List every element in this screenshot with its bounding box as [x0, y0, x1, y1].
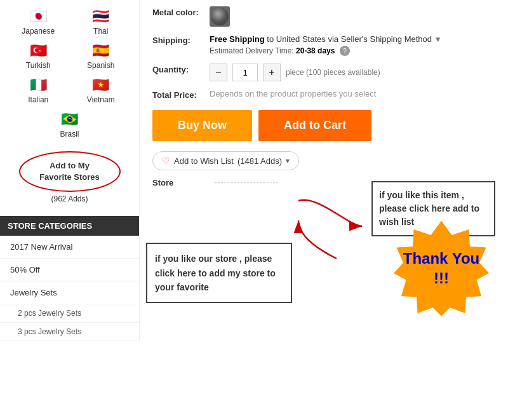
store-annotation: if you like our store , please click her… [146, 243, 292, 303]
total-price-value: Depends on the product properties you se… [210, 89, 495, 98]
lang-label-turkish: Turkish [26, 61, 51, 70]
buy-now-button[interactable]: Buy Now [152, 110, 252, 141]
quantity-decrease-button[interactable]: − [210, 64, 227, 81]
heart-icon: ♡ [162, 156, 170, 166]
category-50-off[interactable]: 50% Off [0, 259, 139, 281]
lang-label-vietnam: Vietnam [87, 95, 115, 104]
burst-text-container: Thank You !!! [394, 220, 489, 316]
lang-vietnam[interactable]: 🇻🇳 Vietnam [72, 75, 130, 104]
flag-spanish: 🇪🇸 [86, 41, 116, 61]
favorite-stores-adds: (962 Adds) [51, 194, 88, 203]
shipping-dest-text: to United States via Seller's Shipping M… [267, 34, 432, 44]
flag-japanese: 🇯🇵 [23, 6, 53, 27]
add-favorite-stores-button[interactable]: Add to My Favorite Stores [19, 151, 121, 192]
delivery-time-value: 20-38 days [296, 46, 335, 55]
shipping-row: Shipping: Free Shipping to United States… [152, 34, 495, 56]
metal-color-value [210, 6, 495, 27]
lang-label-italian: Italian [28, 95, 48, 104]
total-price-label: Total Price: [152, 89, 210, 100]
shipping-label: Shipping: [152, 34, 210, 45]
flag-thai: 🇹🇭 [86, 6, 116, 27]
flag-vietnam: 🇻🇳 [86, 75, 116, 95]
action-buttons-row: Buy Now Add to Cart [152, 110, 495, 141]
shipping-dropdown-icon[interactable]: ▼ [434, 35, 442, 44]
thankyou-starburst: Thank You !!! [394, 220, 489, 316]
category-jewelry-sets[interactable]: Jewelry Sets [0, 281, 139, 304]
flag-brasil: 🇧🇷 [55, 109, 85, 130]
lang-label-brasil: Brasil [60, 130, 79, 139]
add-to-wishlist-button[interactable]: ♡ Add to Wish List (1481 Adds) ▾ [152, 151, 299, 170]
store-label: Store [152, 178, 210, 187]
store-annotation-text: if you like our store , please click her… [155, 254, 276, 292]
shipping-free-text: Free Shipping [210, 34, 265, 44]
store-link-placeholder [215, 182, 278, 183]
store-categories-header: STORE CATEGORIES [0, 216, 139, 236]
metal-color-label: Metal color: [152, 6, 210, 17]
sidebar: 🇯🇵 Japanese 🇹🇭 Thai 🇹🇷 Turkish 🇪🇸 Spanis… [0, 0, 140, 341]
quantity-input[interactable] [232, 64, 258, 81]
help-icon[interactable]: ? [340, 46, 350, 56]
lang-spanish[interactable]: 🇪🇸 Spanish [72, 41, 130, 70]
favorite-stores-wrap: Add to My Favorite Stores (962 Adds) [0, 145, 139, 210]
lang-italian[interactable]: 🇮🇹 Italian [10, 75, 67, 104]
language-grid: 🇯🇵 Japanese 🇹🇭 Thai 🇹🇷 Turkish 🇪🇸 Spanis… [0, 0, 139, 145]
shipping-text: Free Shipping to United States via Selle… [210, 34, 495, 44]
quantity-value: − + piece (100 pieces available) [210, 64, 495, 81]
lang-brasil[interactable]: 🇧🇷 Brasil [55, 109, 85, 139]
quantity-available-note: piece (100 pieces available) [286, 68, 380, 77]
quantity-increase-button[interactable]: + [263, 64, 281, 81]
total-price-row: Total Price: Depends on the product prop… [152, 89, 495, 100]
subcategory-2pcs-jewelry-sets[interactable]: 2 pcs Jewelry Sets [0, 304, 139, 323]
delivery-label: Estimated Delivery Time: [210, 46, 294, 55]
category-2017-new-arrival[interactable]: 2017 New Arrival [0, 236, 139, 259]
quantity-label: Quantity: [152, 64, 210, 74]
shipping-value: Free Shipping to United States via Selle… [210, 34, 495, 56]
metal-color-swatch[interactable] [210, 6, 230, 27]
add-to-cart-button[interactable]: Add to Cart [258, 110, 371, 141]
flag-italian: 🇮🇹 [23, 75, 53, 95]
lang-thai[interactable]: 🇹🇭 Thai [72, 6, 130, 36]
subcategory-3pcs-jewelry-sets[interactable]: 3 pcs Jewelry Sets [0, 323, 139, 341]
main-content: Metal color: Shipping: Free Shipping to … [140, 0, 508, 341]
lang-japanese[interactable]: 🇯🇵 Japanese [10, 6, 67, 36]
metal-swatch-visual [211, 8, 229, 25]
quantity-row: Quantity: − + piece (100 pieces availabl… [152, 64, 495, 81]
page-container: 🇯🇵 Japanese 🇹🇭 Thai 🇹🇷 Turkish 🇪🇸 Spanis… [0, 0, 508, 341]
total-price-note: Depends on the product properties you se… [210, 89, 376, 98]
delivery-time-row: Estimated Delivery Time: 20-38 days ? [210, 46, 495, 56]
lang-turkish[interactable]: 🇹🇷 Turkish [10, 41, 67, 70]
starburst-bg: Thank You !!! [394, 220, 489, 316]
thankyou-line1: Thank You [403, 248, 479, 268]
wishlist-adds-count: (1481 Adds) [237, 156, 282, 166]
wishlist-row: ♡ Add to Wish List (1481 Adds) ▾ [152, 151, 495, 170]
lang-label-thai: Thai [93, 27, 108, 36]
lang-label-spanish: Spanish [87, 61, 114, 70]
flag-turkish: 🇹🇷 [23, 41, 53, 61]
thankyou-line2: !!! [434, 268, 449, 288]
quantity-controls: − + piece (100 pieces available) [210, 64, 495, 81]
wishlist-chevron-icon: ▾ [286, 156, 290, 165]
wishlist-btn-label: Add to Wish List [174, 156, 234, 166]
metal-color-row: Metal color: [152, 6, 495, 27]
favorite-btn-text: Add to My Favorite Stores [39, 161, 100, 182]
store-arrow-svg [292, 214, 343, 265]
lang-label-japanese: Japanese [22, 27, 55, 36]
